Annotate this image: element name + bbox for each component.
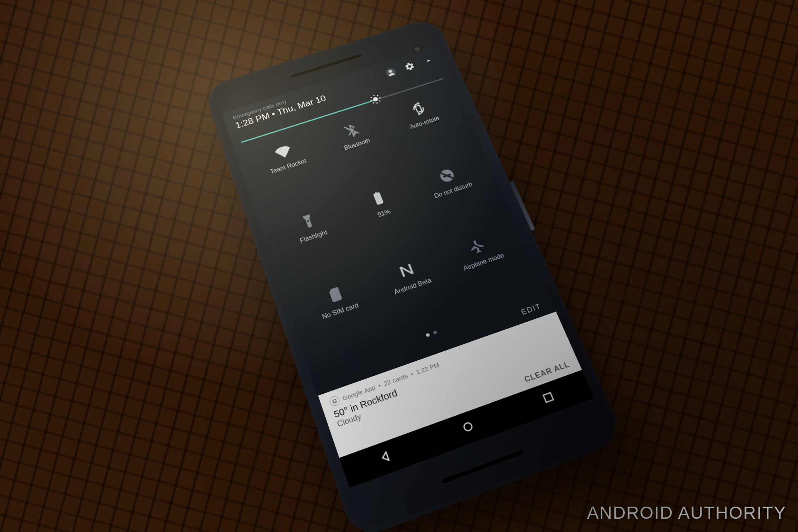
- emergency-text: Emergency calls only: [232, 53, 434, 121]
- svg-point-15: [388, 69, 392, 73]
- screen: G Google App • 22 cards • 1:22 PM 50° in…: [222, 46, 594, 488]
- tile-label: No SIM card: [321, 302, 360, 321]
- earpiece-speaker: [289, 52, 364, 79]
- nav-recents[interactable]: [539, 389, 557, 407]
- tile-label: Team Rocket: [269, 158, 307, 175]
- svg-point-28: [438, 168, 456, 183]
- svg-line-19: [370, 101, 372, 101]
- quick-settings-shade: Emergency calls only 1:28 PM • Thu, Mar …: [222, 46, 556, 396]
- tile-label: Bluetooth: [343, 137, 371, 151]
- svg-point-8: [458, 392, 461, 395]
- svg-point-2: [454, 383, 458, 387]
- svg-line-18: [377, 102, 377, 103]
- nav-home[interactable]: [459, 418, 477, 437]
- app-drawer[interactable]: [434, 372, 474, 410]
- tile-autorotate[interactable]: Auto-rotate: [401, 96, 441, 130]
- notification-time: 1:22 PM: [415, 361, 440, 376]
- tile-label: Flashlight: [299, 229, 328, 244]
- tile-dnd[interactable]: Do not disturb: [425, 161, 473, 200]
- app-messenger[interactable]: [389, 387, 429, 426]
- svg-line-30: [439, 169, 455, 183]
- svg-point-3: [448, 390, 451, 394]
- svg-line-22: [379, 100, 380, 101]
- svg-point-11: [491, 368, 505, 382]
- tile-wifi[interactable]: Team Rocket: [263, 138, 308, 175]
- watermark-text: ANDROID AUTHORITY: [587, 503, 786, 523]
- notification-subtitle: Cloudy: [336, 340, 563, 429]
- svg-line-24: [377, 95, 378, 96]
- notification-card[interactable]: G Google App • 22 cards • 1:22 PM 50° in…: [318, 311, 576, 444]
- airplane-off-icon: [464, 234, 490, 258]
- tile-flashlight[interactable]: Flashlight: [292, 209, 328, 244]
- tile-label: Android Beta: [393, 277, 432, 296]
- edit-button[interactable]: EDIT: [520, 302, 543, 317]
- flashlight-icon: [296, 210, 320, 233]
- tile-label: Airplane mode: [463, 252, 505, 272]
- svg-line-23: [373, 102, 374, 103]
- tile-android-beta[interactable]: Android Beta: [385, 256, 432, 296]
- sim-icon: [322, 283, 347, 307]
- svg-line-20: [379, 98, 380, 98]
- svg-rect-26: [415, 105, 422, 112]
- gear-icon[interactable]: [403, 61, 416, 73]
- user-avatar-icon[interactable]: [384, 67, 398, 79]
- quick-tiles-grid: Team Rocket Bluetooth Auto-rotate: [246, 91, 537, 369]
- svg-rect-13: [543, 393, 553, 402]
- app-chrome[interactable]: [478, 356, 518, 394]
- tile-label: 91%: [377, 208, 392, 219]
- svg-point-4: [452, 389, 456, 392]
- auto-rotate-icon: [406, 98, 431, 119]
- tile-label: Auto-rotate: [409, 115, 440, 131]
- svg-point-1: [450, 385, 454, 389]
- tile-label: Do not disturb: [433, 181, 473, 200]
- tile-battery[interactable]: 91%: [366, 187, 394, 219]
- app-google[interactable]: [522, 340, 562, 378]
- brightness-slider[interactable]: [239, 72, 446, 149]
- app-phone[interactable]: [344, 404, 383, 443]
- svg-point-10: [491, 368, 505, 382]
- notification-cards: 22 cards: [382, 372, 409, 387]
- dnd-off-icon: [435, 165, 460, 187]
- home-screen: [222, 46, 594, 488]
- wifi-icon: [271, 141, 295, 163]
- power-button: [510, 181, 535, 231]
- notification-area: G Google App • 22 cards • 1:22 PM 50° in…: [318, 311, 582, 458]
- svg-point-6: [449, 394, 453, 398]
- bluetooth-off-icon: [340, 119, 364, 141]
- tile-nosim[interactable]: No SIM card: [313, 280, 360, 320]
- tile-airplane[interactable]: Airplane mode: [453, 231, 505, 272]
- chevron-down-icon[interactable]: [422, 55, 435, 67]
- android-n-icon: [394, 259, 419, 283]
- svg-point-5: [456, 387, 460, 391]
- svg-point-16: [372, 96, 379, 102]
- datetime-text: 1:28 PM • Thu, Mar 10: [234, 59, 438, 131]
- google-g-icon: G: [328, 395, 341, 407]
- battery-icon: [366, 187, 391, 210]
- clear-all-button[interactable]: CLEAR ALL: [523, 360, 571, 384]
- notification-title: 50° in Rockford: [332, 330, 560, 421]
- notification-app: Google App: [341, 383, 376, 401]
- svg-point-0: [446, 386, 450, 390]
- bottom-speaker: [440, 448, 527, 485]
- nav-bar: [339, 370, 594, 488]
- svg-rect-27: [376, 196, 382, 204]
- phone: G Google App • 22 cards • 1:22 PM 50° in…: [203, 16, 626, 532]
- svg-line-31: [469, 239, 485, 254]
- front-camera: [412, 45, 422, 53]
- dock: [324, 327, 582, 458]
- svg-line-25: [344, 123, 359, 137]
- svg-point-12: [463, 422, 473, 432]
- nav-back[interactable]: [377, 448, 395, 467]
- svg-line-17: [374, 95, 374, 96]
- svg-rect-29: [443, 174, 451, 178]
- tile-bluetooth[interactable]: Bluetooth: [336, 118, 371, 152]
- svg-point-14: [385, 67, 397, 77]
- svg-point-9: [480, 357, 517, 392]
- svg-point-7: [453, 393, 457, 397]
- svg-line-21: [371, 97, 372, 98]
- brightness-icon: [368, 93, 384, 107]
- pager-dots[interactable]: [320, 295, 540, 374]
- photo-background: ANDROID AUTHORITY: [0, 0, 798, 532]
